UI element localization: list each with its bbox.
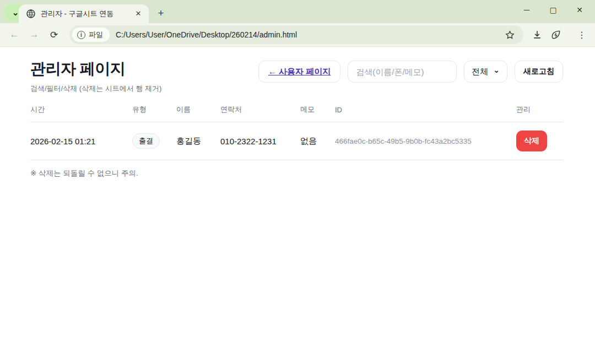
minimize-icon[interactable]: ─ xyxy=(521,4,532,15)
kebab-menu-icon[interactable]: ⋮ xyxy=(574,27,589,42)
new-tab-button[interactable]: + xyxy=(153,6,169,21)
chevron-down-icon: ⌄ xyxy=(493,68,500,72)
filter-selected-value: 전체 xyxy=(472,67,488,77)
col-header-id: ID xyxy=(335,106,516,114)
chevron-down-icon: ⌄ xyxy=(12,10,19,15)
url-text: C:/Users/User/OneDrive/Desktop/260214/ad… xyxy=(116,30,501,39)
user-page-link[interactable]: ← 사용자 페이지 xyxy=(258,61,340,83)
browser-toolbar: ← → ⟳ i 파일 C:/Users/User/OneDrive/Deskto… xyxy=(0,23,595,47)
tab-title: 관리자 - 구글시트 연동 xyxy=(41,9,133,19)
col-header-memo: 메모 xyxy=(300,105,335,115)
cell-memo: 없음 xyxy=(300,136,335,146)
performance-leaf-icon[interactable] xyxy=(548,26,564,43)
tab-admin[interactable]: 관리자 - 구글시트 연동 ✕ xyxy=(19,4,149,23)
forward-icon[interactable]: → xyxy=(25,26,43,44)
col-header-time: 시간 xyxy=(30,105,132,115)
page-title: 관리자 페이지 xyxy=(30,58,161,79)
cell-id: 466fae0c-b65c-49b5-9b0b-fc43a2bc5335 xyxy=(335,137,516,145)
search-input[interactable] xyxy=(348,61,457,83)
close-window-icon[interactable]: ✕ xyxy=(574,4,585,15)
col-header-phone: 연락처 xyxy=(220,105,300,115)
globe-favicon-icon xyxy=(26,9,35,18)
header-controls: ← 사용자 페이지 전체 ⌄ 새로고침 xyxy=(258,61,563,83)
cell-name: 홍길동 xyxy=(176,136,220,146)
browser-window: ⌄ 관리자 - 구글시트 연동 ✕ + ─ ▢ ✕ ← → ⟳ i 파일 C:/… xyxy=(0,0,595,364)
records-table: 시간 유형 이름 연락처 메모 ID 관리 2026-02-15 01:21 출… xyxy=(30,105,563,160)
download-icon[interactable] xyxy=(529,26,545,43)
page-subtitle: 검색/필터/삭제 (삭제는 시트에서 행 제거) xyxy=(30,84,161,94)
tab-strip: ⌄ 관리자 - 구글시트 연동 ✕ + ─ ▢ ✕ xyxy=(0,0,595,23)
cell-phone: 010-2322-1231 xyxy=(220,137,300,146)
bookmark-star-icon[interactable] xyxy=(501,26,518,43)
cell-type: 출결 xyxy=(132,133,176,149)
file-chip-label: 파일 xyxy=(89,30,103,40)
refresh-button[interactable]: 새로고침 xyxy=(515,61,563,83)
maximize-icon[interactable]: ▢ xyxy=(548,4,559,15)
filter-select[interactable]: 전체 ⌄ xyxy=(464,61,507,83)
info-icon: i xyxy=(77,31,85,39)
file-scheme-chip[interactable]: i 파일 xyxy=(72,28,110,42)
footnote: ※ 삭제는 되돌릴 수 없으니 주의. xyxy=(30,169,563,178)
delete-button[interactable]: 삭제 xyxy=(516,131,547,151)
col-header-name: 이름 xyxy=(176,105,220,115)
table-header-row: 시간 유형 이름 연락처 메모 ID 관리 xyxy=(30,105,563,122)
table-row: 2026-02-15 01:21 출결 홍길동 010-2322-1231 없음… xyxy=(30,122,563,160)
cell-time: 2026-02-15 01:21 xyxy=(30,137,132,146)
type-badge: 출결 xyxy=(132,133,160,149)
back-icon[interactable]: ← xyxy=(6,26,23,44)
reload-icon[interactable]: ⟳ xyxy=(45,26,63,44)
title-block: 관리자 페이지 검색/필터/삭제 (삭제는 시트에서 행 제거) xyxy=(30,58,161,94)
col-header-type: 유형 xyxy=(132,105,176,115)
window-controls: ─ ▢ ✕ xyxy=(521,0,589,20)
page-header: 관리자 페이지 검색/필터/삭제 (삭제는 시트에서 행 제거) ← 사용자 페… xyxy=(30,58,563,94)
cell-manage: 삭제 xyxy=(516,131,563,151)
close-tab-icon[interactable]: ✕ xyxy=(133,9,143,19)
admin-page: 관리자 페이지 검색/필터/삭제 (삭제는 시트에서 행 제거) ← 사용자 페… xyxy=(0,47,595,364)
col-header-manage: 관리 xyxy=(516,105,563,115)
address-bar[interactable]: i 파일 C:/Users/User/OneDrive/Desktop/2602… xyxy=(69,25,523,44)
